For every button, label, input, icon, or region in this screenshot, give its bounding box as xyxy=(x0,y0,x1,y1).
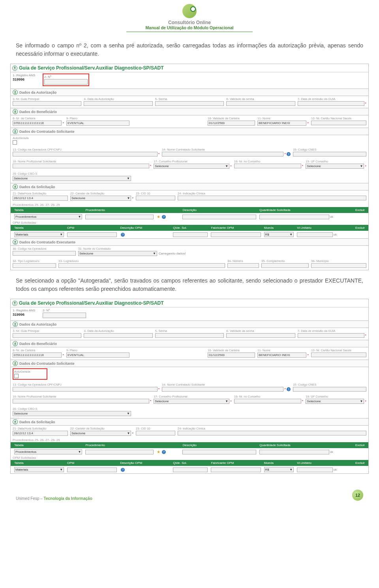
collapse-icon[interactable]: ± xyxy=(13,361,18,366)
opm-label: OPM Solicitadas xyxy=(11,220,368,225)
star-icon[interactable]: ★ xyxy=(157,450,160,454)
select-tabela-opm[interactable]: Materiais▼ xyxy=(14,232,64,237)
input-qtde-sol[interactable] xyxy=(259,215,329,219)
input-fabricante[interactable] xyxy=(211,467,261,472)
collapse-icon[interactable]: ± xyxy=(13,109,18,114)
select-moeda[interactable]: R$▼ xyxy=(264,467,294,472)
input-procedimento[interactable] xyxy=(85,215,153,219)
select-tabela-opm[interactable]: Materiais▼ xyxy=(14,467,64,472)
required-icon: * xyxy=(230,400,232,403)
input-validade-senha[interactable] xyxy=(226,333,295,338)
input-descricao-proc[interactable] xyxy=(182,215,256,219)
input-senha[interactable] xyxy=(155,333,224,338)
star-icon[interactable]: ★ xyxy=(157,215,160,219)
input-cns[interactable] xyxy=(311,121,366,125)
input-data-autorizacao[interactable] xyxy=(84,333,152,338)
select-nome-contratado-exec[interactable]: Selecione▼ xyxy=(78,251,157,256)
help-icon[interactable]: ? xyxy=(121,468,125,472)
help-icon[interactable]: ? xyxy=(121,233,125,237)
input-carteira[interactable]: 07011111111111118 xyxy=(13,121,62,126)
input-procedimento[interactable] xyxy=(85,450,153,454)
collapse-icon[interactable]: ± xyxy=(13,341,18,346)
input-nome-profissional[interactable] xyxy=(13,164,149,168)
input-nome-benef[interactable]: BENEFICIARIO INEXI xyxy=(257,352,306,358)
input-2-n[interactable] xyxy=(43,313,86,318)
input-cod-operadora[interactable] xyxy=(13,387,158,392)
input-opm[interactable] xyxy=(67,467,117,472)
input-senha[interactable] xyxy=(155,101,224,106)
select-uf-conselho[interactable]: Selecione▼ xyxy=(306,164,364,169)
section-beneficiario: ±Dados do Beneficiário xyxy=(11,340,368,347)
select-cbo[interactable]: Selecione▼ xyxy=(13,411,131,416)
input-nome-contratado-sol[interactable] xyxy=(162,152,283,156)
collapse-icon[interactable]: ± xyxy=(13,239,18,245)
select-tabela-proc[interactable]: Procedimentos▼ xyxy=(14,449,82,454)
input-logradouro[interactable] xyxy=(58,263,225,268)
select-carater[interactable]: Selecione▼ xyxy=(70,431,131,436)
input-2-n[interactable] xyxy=(44,79,88,85)
input-numero[interactable] xyxy=(227,263,259,268)
collapse-icon[interactable]: ± xyxy=(13,184,18,189)
input-nr-conselho[interactable] xyxy=(234,164,301,168)
input-plano[interactable]: EVENTUAL xyxy=(66,121,129,126)
input-descricao-proc[interactable] xyxy=(182,450,256,454)
input-complemento[interactable] xyxy=(261,263,309,268)
select-conselho[interactable]: Selecione▼ xyxy=(154,399,229,404)
input-cod-operadora[interactable] xyxy=(13,152,158,156)
input-qtde-sol[interactable] xyxy=(259,450,329,454)
input-indicacao[interactable] xyxy=(178,196,366,200)
section-solicitante: ± Dados do Contratado Solicitante xyxy=(11,128,368,135)
input-carteira[interactable]: 07011111111111118 xyxy=(13,352,62,358)
input-plano[interactable]: EVENTUAL xyxy=(66,352,129,358)
collapse-icon[interactable]: ± xyxy=(13,419,18,424)
input-qtde-opm[interactable] xyxy=(173,232,208,237)
input-cod-op-exec[interactable] xyxy=(13,251,76,256)
input-guia-principal[interactable] xyxy=(13,333,81,338)
collapse-icon[interactable]: ± xyxy=(13,322,18,327)
select-carater[interactable]: Selecione▼ xyxy=(70,196,131,201)
input-cnes[interactable] xyxy=(293,152,366,156)
help-icon[interactable]: ? xyxy=(162,450,166,454)
input-municipio[interactable] xyxy=(311,263,366,268)
input-tipo-logradouro[interactable] xyxy=(13,263,56,268)
input-nome-contratado-sol[interactable] xyxy=(162,387,283,392)
collapse-icon[interactable]: ± xyxy=(12,66,17,71)
checkbox-autogerada[interactable] xyxy=(13,140,17,145)
input-nome-benef[interactable]: BENEFICIARIO INEXI xyxy=(257,121,306,126)
input-guia-principal[interactable] xyxy=(13,101,81,106)
input-opm[interactable] xyxy=(67,232,117,237)
input-cid10[interactable] xyxy=(136,431,175,435)
input-data-emissao[interactable] xyxy=(298,333,364,338)
procedimentos-label: Procedimentos 25- 26- 27- 28- 29 xyxy=(11,203,368,207)
collapse-icon[interactable]: ± xyxy=(13,129,18,134)
input-nr-conselho[interactable] xyxy=(234,399,301,403)
collapse-icon[interactable]: ± xyxy=(12,301,17,306)
select-conselho[interactable]: Selecione▼ xyxy=(154,164,229,169)
select-uf-conselho[interactable]: Selecione▼ xyxy=(306,399,364,404)
help-icon[interactable]: ? xyxy=(287,387,291,391)
input-validade-senha[interactable] xyxy=(226,101,295,106)
help-icon[interactable]: ? xyxy=(287,152,291,156)
help-icon[interactable]: ? xyxy=(162,215,166,219)
input-cns[interactable] xyxy=(311,352,366,357)
input-vl-unitario[interactable] xyxy=(297,467,332,472)
input-vl-unitario[interactable] xyxy=(297,232,332,237)
input-indicacao[interactable] xyxy=(178,431,366,435)
input-datahora-sol[interactable]: 28/12/12 13:4 xyxy=(13,431,68,436)
input-validade-carteira[interactable]: 01/12/2500 xyxy=(208,121,255,126)
collapse-icon[interactable]: ± xyxy=(13,90,18,95)
select-cbo[interactable]: Selecione▼ xyxy=(13,176,131,181)
input-data-emissao[interactable] xyxy=(298,101,364,106)
input-cid10[interactable] xyxy=(136,196,175,200)
input-nome-profissional[interactable] xyxy=(13,399,149,403)
select-moeda[interactable]: R$▼ xyxy=(264,232,294,237)
select-tabela-proc[interactable]: Procedimentos▼ xyxy=(14,214,82,219)
input-datahora-sol[interactable]: 28/12/12 13:4 xyxy=(13,196,68,201)
input-validade-carteira[interactable]: 01/12/2500 xyxy=(208,352,255,358)
input-data-autorizacao[interactable] xyxy=(84,101,152,106)
input-qtde-opm[interactable] xyxy=(173,467,208,472)
checkbox-autogerada[interactable] xyxy=(14,374,19,378)
procedimentos-header: Tabela Procedimento Descrição Quantidade… xyxy=(11,207,368,213)
input-fabricante[interactable] xyxy=(211,232,261,237)
input-cnes[interactable] xyxy=(293,387,366,392)
